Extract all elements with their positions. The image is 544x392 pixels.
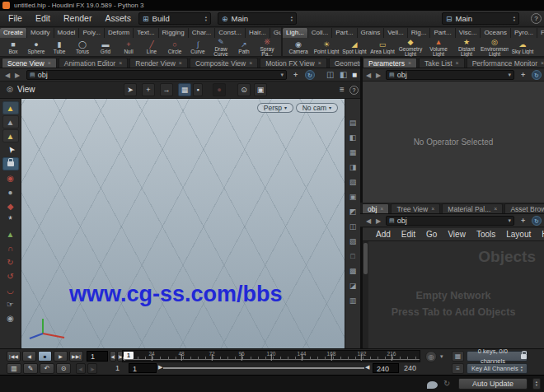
sync-icon[interactable]: ↻ — [305, 70, 315, 80]
display-options-icon[interactable]: ≡ — [340, 85, 345, 94]
shelf-tab-rigid[interactable]: Rig... — [408, 28, 431, 38]
pin-icon[interactable]: + — [521, 217, 525, 225]
display-toggle-icon-3[interactable]: ▦ — [349, 148, 357, 156]
display-toggle-icon-2[interactable]: ◧ — [349, 133, 357, 142]
shelf-tab-particles[interactable]: Part... — [332, 28, 357, 38]
forward-icon[interactable]: ▶ — [376, 217, 381, 225]
tool-state-icon-2[interactable]: ▲ — [2, 115, 19, 128]
update-mode-spinner[interactable]: ▴▾ — [532, 378, 541, 390]
menu-render[interactable]: Render — [57, 11, 98, 26]
shelf-tool-path[interactable]: ↗Path — [232, 40, 256, 55]
shelf-tab-vellum[interactable]: Vell... — [384, 28, 408, 38]
shelf-tab-grains[interactable]: Grains — [358, 28, 385, 38]
playback-range-slider[interactable] — [163, 367, 364, 369]
select-mode-icon[interactable]: ⊙ — [237, 83, 251, 96]
network-editor-body[interactable]: Objects Empty Network Press Tab to Add O… — [363, 241, 544, 348]
help-button[interactable]: ? — [531, 13, 542, 24]
shelf-tool-spot-light[interactable]: ◢Spot Light — [340, 40, 368, 55]
back-icon[interactable]: ◀ — [366, 72, 371, 79]
select-tool-icon[interactable]: ➤ — [124, 83, 137, 96]
close-icon[interactable]: × — [249, 60, 252, 66]
pane-tab-parameters[interactable]: Parameters× — [363, 58, 417, 68]
playhead-flag[interactable]: 1 — [124, 352, 134, 359]
shading-mode-icon[interactable]: ● — [213, 83, 226, 96]
hand-tool-icon[interactable]: ☞ — [2, 297, 19, 310]
back-icon[interactable]: ◀ — [366, 217, 371, 225]
close-icon[interactable]: × — [179, 60, 182, 66]
shelf-tab-rigging[interactable]: Rigging — [159, 28, 189, 38]
shelf-tool-curve[interactable]: ∫Curve — [186, 40, 209, 55]
shelf-tool-torus[interactable]: ◯Torus — [71, 40, 94, 55]
update-mode-selector[interactable]: Auto Update — [458, 378, 528, 390]
split-pane-icon[interactable]: ◧ — [340, 70, 347, 79]
set-key-icon[interactable]: ◎ — [425, 351, 437, 362]
key-mode-selector[interactable]: Key All Channels ▴▾ — [467, 363, 528, 374]
shelf-tool-area-light[interactable]: ▭Area Light — [368, 40, 396, 55]
floating-panel-icon[interactable]: ■ — [352, 70, 357, 79]
close-icon[interactable]: × — [408, 60, 411, 66]
keys-summary-button[interactable]: 0 keys, 0/0 channels — [467, 351, 528, 362]
shelf-tab-character[interactable]: Char... — [189, 28, 216, 38]
main-take-selector[interactable]: ⊕ Main ▴▾ — [218, 12, 297, 25]
go-to-end-button[interactable]: ▶▶| — [69, 351, 83, 362]
arc-handle-icon[interactable]: ∩ — [2, 241, 19, 254]
display-toggle-icon-10[interactable]: □ — [350, 252, 354, 260]
close-icon[interactable]: × — [380, 206, 383, 212]
shelf-tab-viscous[interactable]: Visc... — [456, 28, 481, 38]
shelf-tab-model[interactable]: Model — [54, 28, 80, 38]
play-reverse-button[interactable]: ◀ — [22, 351, 36, 362]
close-icon[interactable]: × — [541, 60, 544, 66]
close-icon[interactable]: × — [456, 60, 459, 66]
handles-tool-icon[interactable]: + — [142, 83, 155, 96]
net-menu-go[interactable]: Go — [426, 230, 437, 239]
close-icon[interactable]: × — [48, 60, 51, 66]
close-icon[interactable]: × — [318, 60, 321, 66]
shelf-tab-pyro[interactable]: Pyro... — [511, 28, 537, 38]
tool-state-icon-1[interactable]: ▲ — [2, 101, 19, 114]
playback-loop-button[interactable]: ↶ — [40, 363, 54, 374]
stop-button[interactable]: ■ — [38, 351, 52, 362]
sync-icon[interactable]: ↻ — [532, 70, 542, 80]
pane-tab-network-view[interactable]: obj× — [362, 203, 389, 213]
shelf-tool-tube[interactable]: ▮Tube — [48, 40, 71, 55]
shelf-tool-point-light[interactable]: ☀Point Light — [312, 40, 340, 55]
viewport-canvas[interactable]: Persp▾ No cam▾ www.cg-ss.com/bbs — [21, 99, 345, 348]
shelf-tool-environment-light[interactable]: ◎Environment Light — [481, 38, 509, 58]
shelf-tool-spray-paint[interactable]: ※Spray Pa... — [256, 38, 279, 58]
shelf-tab-texture[interactable]: Text... — [134, 28, 158, 38]
next-key-button[interactable]: |▶ — [87, 363, 97, 374]
camera-selector[interactable]: No cam▾ — [296, 103, 338, 113]
play-button[interactable]: ▶ — [54, 351, 68, 362]
pane-tab-composite-view[interactable]: Composite View× — [190, 58, 258, 68]
net-menu-tools[interactable]: Tools — [476, 230, 495, 239]
display-toggle-icon-5[interactable]: ▧ — [349, 178, 357, 186]
message-log-icon[interactable] — [427, 381, 438, 389]
pin-icon[interactable]: + — [293, 71, 298, 79]
shelf-tab-deform[interactable]: Deform — [105, 28, 134, 38]
forward-icon[interactable]: ▶ — [15, 72, 20, 79]
move-tool-icon[interactable]: ◉ — [2, 171, 19, 184]
key-menu-icon[interactable]: ▾ — [440, 353, 443, 360]
view-tool-label[interactable]: View — [17, 85, 35, 94]
camera-lock-icon[interactable]: ▣ — [254, 83, 267, 96]
net-menu-view[interactable]: View — [448, 230, 466, 239]
display-toggle-icon-13[interactable]: ▥ — [349, 296, 357, 305]
rotate-handle-icon[interactable]: ● — [2, 185, 19, 198]
snap-mode-icon[interactable]: ▦ — [178, 83, 191, 96]
keyframe-options-icon[interactable]: ▦ — [452, 351, 464, 362]
shelf-tab-constraints[interactable]: Const... — [215, 28, 246, 38]
pane-tab-tree-view[interactable]: Tree View× — [391, 203, 440, 213]
shelf-tab-lights[interactable]: Ligh... — [283, 28, 308, 38]
scale-tool-icon[interactable]: ◆ — [2, 199, 19, 212]
display-toggle-icon-4[interactable]: ◨ — [349, 163, 357, 171]
snap-points-icon[interactable]: * — [2, 213, 19, 226]
forward-icon[interactable]: ▶ — [376, 72, 381, 79]
network-path-field[interactable]: ▤ obj ▾ — [386, 216, 514, 226]
prev-key-button[interactable]: ◀| — [76, 363, 86, 374]
shelf-tool-sphere[interactable]: ●Sphere — [25, 40, 48, 55]
parameters-path-field[interactable]: ▤ obj ▾ — [386, 70, 514, 80]
chevron-down-icon[interactable]: ▾ — [508, 217, 514, 224]
pane-tab-performance-monitor[interactable]: Performance Monitor× — [467, 58, 544, 68]
shelf-tool-grid[interactable]: ▬Grid — [94, 40, 117, 55]
shelf-tool-circle[interactable]: ○Circle — [163, 40, 186, 55]
